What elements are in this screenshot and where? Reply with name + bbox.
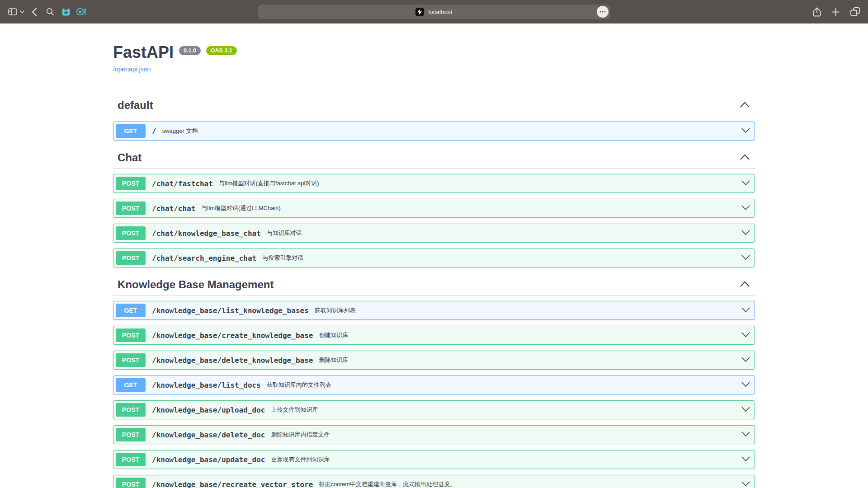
endpoint-path: /knowledge_base/delete_doc: [152, 431, 265, 439]
expand-endpoint-button[interactable]: [737, 431, 750, 439]
version-badge: 0.1.0: [179, 46, 201, 55]
section-endpoints: GET /knowledge_base/list_knowledge_bases…: [113, 301, 755, 488]
method-badge: GET: [116, 124, 146, 138]
collapse-section-button[interactable]: [740, 154, 750, 162]
sidebar-toggle-button[interactable]: [8, 8, 17, 15]
chevron-down-icon: [741, 128, 750, 133]
endpoint-row[interactable]: POST /chat/fastchat 与llm模型对话(直接与fastchat…: [113, 174, 755, 193]
section-header[interactable]: Chat: [113, 146, 755, 169]
downloader-extension-button[interactable]: [61, 8, 71, 16]
endpoint-description: 与搜索引擎对话: [262, 254, 737, 262]
chevron-up-icon: [740, 281, 750, 287]
tabs-overview-icon: [850, 7, 860, 16]
endpoint-row[interactable]: POST /knowledge_base/create_knowledge_ba…: [113, 326, 755, 345]
method-badge: POST: [116, 478, 146, 488]
method-badge: POST: [116, 353, 146, 367]
oas-badge: OAS 3.1: [206, 46, 237, 55]
plus-icon: [832, 8, 840, 16]
circle-star-icon: [76, 7, 86, 16]
endpoint-path: /: [152, 127, 156, 136]
endpoint-description: 与知识库对话: [267, 229, 737, 237]
api-info: FastAPI 0.1.0 OAS 3.1 /openapi.json: [113, 23, 755, 73]
section-title: Knowledge Base Management: [118, 278, 274, 291]
endpoint-path: /chat/chat: [152, 204, 195, 213]
expand-endpoint-button[interactable]: [737, 254, 750, 262]
expand-endpoint-button[interactable]: [737, 331, 750, 339]
chevron-up-icon: [740, 154, 750, 160]
method-badge: GET: [116, 304, 146, 317]
chevron-down-icon: [741, 307, 750, 313]
media-extension-button[interactable]: [76, 7, 86, 16]
chevron-down-icon: [741, 180, 750, 186]
openapi-spec-link[interactable]: /openapi.json: [113, 66, 151, 73]
sidebar-icon: [8, 8, 17, 15]
collapse-section-button[interactable]: [740, 281, 750, 289]
tab-overview-button[interactable]: [850, 7, 860, 16]
section-header[interactable]: default: [113, 94, 755, 116]
chevron-down-icon: [741, 481, 750, 487]
tag-section: Chat POST /chat/fastchat 与llm模型对话(直接与fas…: [113, 146, 755, 267]
chevron-down-icon: [741, 230, 750, 235]
endpoint-row[interactable]: POST /knowledge_base/recreate_vector_sto…: [113, 475, 755, 488]
address-bar[interactable]: localhost: [258, 5, 610, 19]
endpoint-row[interactable]: POST /chat/search_engine_chat 与搜索引擎对话: [113, 249, 755, 267]
expand-endpoint-button[interactable]: [737, 229, 750, 237]
search-button[interactable]: [46, 8, 54, 16]
chevron-down-icon: [741, 205, 750, 211]
section-endpoints: POST /chat/fastchat 与llm模型对话(直接与fastchat…: [113, 174, 755, 267]
share-button[interactable]: [813, 7, 821, 17]
endpoint-description: 获取知识库内的文件列表: [267, 381, 737, 389]
endpoint-row[interactable]: GET /knowledge_base/list_docs 获取知识库内的文件列…: [113, 375, 755, 394]
endpoint-row[interactable]: POST /knowledge_base/update_doc 更新现有文件到知…: [113, 450, 755, 469]
endpoint-row[interactable]: GET /knowledge_base/list_knowledge_bases…: [113, 301, 755, 320]
endpoint-row[interactable]: GET / swagger 文档: [113, 122, 755, 141]
chevron-down-icon: [741, 407, 750, 412]
expand-endpoint-button[interactable]: [737, 455, 750, 464]
page-options-button[interactable]: [597, 6, 609, 18]
new-tab-button[interactable]: [832, 8, 840, 16]
method-badge: POST: [116, 251, 146, 265]
section-header[interactable]: Knowledge Base Management: [113, 273, 755, 296]
endpoint-description: 创建知识库: [319, 331, 737, 339]
endpoint-row[interactable]: POST /knowledge_base/delete_doc 删除知识库内指定…: [113, 425, 755, 444]
page-title: FastAPI: [113, 42, 174, 62]
share-icon: [813, 7, 821, 17]
tag-section: default GET / swagger 文档: [113, 94, 755, 141]
endpoint-row[interactable]: POST /chat/knowledge_base_chat 与知识库对话: [113, 224, 755, 243]
browser-toolbar: localhost: [0, 0, 868, 23]
chevron-down-icon: [20, 10, 24, 14]
section-title: Chat: [118, 151, 142, 164]
expand-endpoint-button[interactable]: [737, 381, 750, 389]
expand-endpoint-button[interactable]: [737, 127, 750, 135]
lightning-bolt-icon: [417, 9, 422, 15]
chevron-down-icon: [741, 357, 750, 362]
section-endpoints: GET / swagger 文档: [113, 122, 755, 141]
endpoint-description: swagger 文档: [162, 127, 737, 135]
collapse-section-button[interactable]: [740, 101, 750, 109]
endpoint-row[interactable]: POST /knowledge_base/upload_doc 上传文件到知识库: [113, 400, 755, 419]
endpoint-description: 获取知识库列表: [315, 306, 737, 314]
chevron-up-icon: [740, 102, 750, 108]
endpoint-row[interactable]: POST /knowledge_base/delete_knowledge_ba…: [113, 351, 755, 370]
endpoint-path: /knowledge_base/recreate_vector_store: [152, 480, 313, 488]
sidebar-dropdown-button[interactable]: [20, 10, 24, 14]
expand-endpoint-button[interactable]: [737, 356, 750, 364]
endpoint-description: 上传文件到知识库: [271, 406, 737, 414]
download-bookmark-icon: [61, 8, 71, 16]
expand-endpoint-button[interactable]: [737, 179, 750, 188]
swagger-page: FastAPI 0.1.0 OAS 3.1 /openapi.json defa…: [0, 23, 868, 488]
expand-endpoint-button[interactable]: [737, 406, 750, 414]
section-title: default: [118, 99, 153, 112]
search-icon: [46, 8, 54, 16]
endpoint-path: /knowledge_base/upload_doc: [152, 406, 265, 414]
chevron-down-icon: [741, 456, 750, 462]
endpoint-row[interactable]: POST /chat/chat 与llm模型对话(通过LLMChain): [113, 199, 755, 218]
method-badge: POST: [116, 226, 146, 240]
endpoint-path: /chat/search_engine_chat: [152, 254, 256, 263]
endpoint-description: 删除知识库: [319, 356, 737, 364]
expand-endpoint-button[interactable]: [737, 480, 750, 488]
expand-endpoint-button[interactable]: [737, 204, 750, 212]
endpoint-path: /knowledge_base/list_knowledge_bases: [152, 306, 309, 315]
expand-endpoint-button[interactable]: [737, 306, 750, 314]
back-button[interactable]: [32, 8, 37, 16]
